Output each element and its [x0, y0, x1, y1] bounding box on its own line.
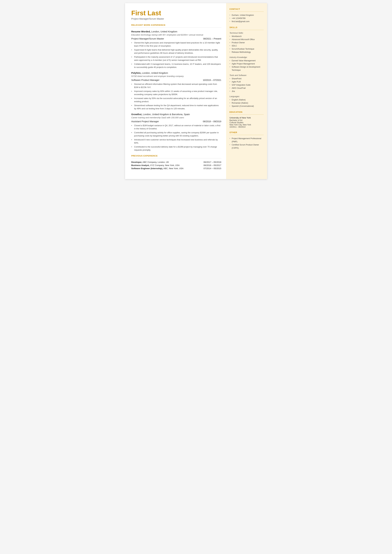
relevant-work-section: RELEVANT WORK EXPERIENCE Resume Worded, …: [131, 24, 221, 151]
tool-item-4: Jira: [230, 90, 264, 93]
other-section: OTHER Project Management Professional (P…: [230, 131, 264, 150]
company-name-gs: Growthsi,: [131, 113, 142, 116]
prev-rest-0: ABC Company, London, UK: [142, 161, 169, 163]
company-resume-worded: Resume Worded, London, United Kingdom Ed…: [131, 30, 221, 69]
company-location-gs: London, United Kingdom & Barcelona, Spai…: [142, 113, 190, 116]
tech-item-4: Scrum/Kanban Technique: [230, 47, 264, 50]
company-polyhire: Polyhire, London, United Kingdom NYSE-li…: [131, 71, 221, 110]
job-dates-gs: 06/2018 – 09/2019: [203, 120, 221, 123]
education-heading: EDUCATION: [230, 111, 264, 113]
bullet-rw-2: Participated in the maturity assessment …: [131, 56, 221, 62]
company-name-rw: Resume Worded,: [131, 30, 151, 33]
prev-rest-1: XYZ Company, New York, USA: [149, 164, 180, 167]
other-item-1: Certified Scrum Product Owner (CSPO).: [230, 143, 264, 150]
other-heading: OTHER: [230, 131, 264, 133]
tech-item-0: Workbench: [230, 35, 264, 38]
previous-exp-heading: PREVIOUS EXPERIENCE: [131, 154, 221, 157]
tool-item-0: SharePoint: [230, 77, 264, 80]
tech-item-2: Product Owner: [230, 41, 264, 44]
previous-exp-section: PREVIOUS EXPERIENCE Developer, ABC Compa…: [131, 154, 221, 170]
contact-list: Durham, United Kingdom +44 123456789 fir…: [230, 14, 264, 23]
prev-row-1: Business Analyst, XYZ Company, New York,…: [131, 164, 221, 167]
bullet-gs-3: Contributed to the successful delivery d…: [131, 145, 221, 151]
contact-item-1: +44 123456789: [230, 17, 264, 20]
bullets-ph: Devised an efficient information filteri…: [131, 83, 221, 110]
company-growthsi: Growthsi, London, United Kingdom & Barce…: [131, 113, 221, 151]
company-desc-gs: Career training and membership SaaS with…: [131, 116, 221, 119]
contact-item-0: Durham, United Kingdom: [230, 14, 264, 17]
prev-left-0: Developer, ABC Company, London, UK: [131, 161, 169, 163]
bullet-gs-1: Controlled all purchasing activity for o…: [131, 131, 221, 137]
industry-item-2: Software Design & Development Technique: [230, 65, 264, 72]
bullet-rw-1: Supervised 8 Agile teams that delivered …: [131, 48, 221, 55]
tools-list: SharePoint Agile PLM SAP Integration Sui…: [230, 77, 264, 93]
bullet-rw-3: Collaborated with 3 management teams, 11…: [131, 63, 221, 69]
edu-location-0: New York City, New York: [230, 124, 264, 126]
tech-item-5: Release Methodology: [230, 50, 264, 54]
contact-item-2: first.last@gmail.com: [230, 20, 264, 23]
company-desc-rw: Education technology startup with 50+ em…: [131, 34, 221, 36]
right-column: CONTACT Durham, United Kingdom +44 12345…: [226, 3, 267, 179]
job-dates-rw: 08/2021 – Present: [203, 37, 221, 40]
bullet-rw-0: Owned the Agile processes and championed…: [131, 41, 221, 47]
job-header-gs: Assistant Project Manager 06/2018 – 09/2…: [131, 120, 221, 123]
bullet-gs-2: Introduced 8 new customer service techni…: [131, 138, 221, 144]
job-header-ph: Software Product Manager 10/2019 – 07/20…: [131, 79, 221, 81]
industry-item-0: Earned Value Management: [230, 59, 264, 62]
prev-bold-2: Software Engineer (Internship),: [131, 167, 163, 170]
edu-block-0: University of New York Bachelor of Art C…: [230, 117, 264, 128]
resume-page: First Last Project Manager/Scrum Master …: [125, 3, 267, 179]
technical-list: Workbench Advanced Microsoft Office Prod…: [230, 35, 264, 54]
relevant-work-heading: RELEVANT WORK EXPERIENCE: [131, 24, 221, 26]
other-list: Project Management Professional (PMP). C…: [230, 137, 264, 150]
company-header-ph: Polyhire, London, United Kingdom: [131, 71, 221, 74]
edu-dates-0: 10/2011 - 06/2014: [230, 126, 264, 128]
job-title-rw: Project Manager/Scrum Master: [131, 37, 164, 40]
industry-label: Industry Knowledge:: [230, 56, 264, 58]
lang-item-0: English (Native): [230, 98, 264, 101]
company-header-rw: Resume Worded, London, United Kingdom: [131, 30, 221, 33]
bullet-gs-0: Closed a $1M budget variance in Q4, 2017…: [131, 124, 221, 130]
contact-heading: CONTACT: [230, 8, 264, 10]
header-block: First Last Project Manager/Scrum Master: [131, 9, 221, 20]
company-name-ph: Polyhire,: [131, 71, 141, 74]
left-column: First Last Project Manager/Scrum Master …: [125, 3, 226, 179]
contact-section: CONTACT Durham, United Kingdom +44 12345…: [230, 8, 264, 23]
company-header-gs: Growthsi, London, United Kingdom & Barce…: [131, 113, 221, 116]
skills-section: SKILLS Technical Skills: Workbench Advan…: [230, 26, 264, 108]
prev-rest-2: ABC, New York, USA: [163, 167, 184, 170]
technical-label: Technical Skills:: [230, 32, 264, 34]
edu-degree-0: Bachelor of Art: [230, 119, 264, 121]
job-header-rw: Project Manager/Scrum Master 08/2021 – P…: [131, 37, 221, 40]
tech-item-3: SDLC: [230, 44, 264, 47]
tools-label: Tools and Software:: [230, 74, 264, 77]
prev-dates-0: 06/2017 – 05/2018: [203, 161, 221, 163]
tool-item-3: AWS CloudTrail: [230, 87, 264, 90]
job-title-ph: Software Product Manager: [131, 79, 160, 81]
tech-item-1: Advanced Microsoft Office: [230, 38, 264, 41]
prev-left-1: Business Analyst, XYZ Company, New York,…: [131, 164, 180, 167]
prev-bold-0: Developer,: [131, 161, 142, 163]
company-location-ph: London, United Kingdom: [141, 71, 168, 74]
tool-item-2: SAP Integration Suite: [230, 83, 264, 87]
prev-dates-1: 06/2016 – 05/2017: [203, 164, 221, 167]
full-name: First Last: [131, 9, 221, 17]
edu-field-0: Cultural Studies: [230, 121, 264, 124]
job-title-gs: Assistant Project Manager: [131, 120, 159, 123]
bullet-ph-3: Streamlined software testing for the QA …: [131, 104, 221, 110]
skills-heading: SKILLS: [230, 26, 264, 28]
industry-list: Earned Value Management Agile Project Ma…: [230, 59, 264, 72]
bullets-rw: Owned the Agile processes and championed…: [131, 41, 221, 69]
tool-item-1: Agile PLM: [230, 80, 264, 83]
edu-university-0: University of New York: [230, 117, 264, 119]
bullets-gs: Closed a $1M budget variance in Q4, 2017…: [131, 124, 221, 151]
other-item-0: Project Management Professional (PMP).: [230, 137, 264, 143]
bullet-ph-2: Increased sales by 50% via the successfu…: [131, 97, 221, 103]
lang-item-1: Romanian (Native): [230, 101, 264, 105]
prev-row-0: Developer, ABC Company, London, UK 06/20…: [131, 161, 221, 163]
company-desc-ph: NYSE-listed recruitment and employer bra…: [131, 75, 221, 77]
job-title: Project Manager/Scrum Master: [131, 17, 221, 20]
prev-left-2: Software Engineer (Internship), ABC, New…: [131, 167, 184, 170]
education-section: EDUCATION University of New York Bachelo…: [230, 111, 264, 128]
prev-row-2: Software Engineer (Internship), ABC, New…: [131, 167, 221, 170]
